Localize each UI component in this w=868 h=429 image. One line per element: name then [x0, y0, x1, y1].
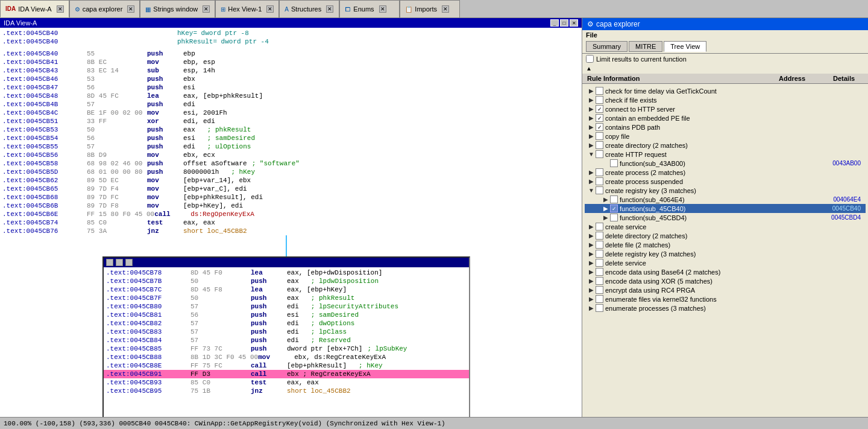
tree-child-item[interactable]: function(sub_43AB00) 0043AB00	[585, 159, 866, 168]
rule-checkbox[interactable]	[610, 159, 618, 167]
disasm-line: .text:0045CB58 68 98 02 46 00 push offse…	[0, 159, 582, 168]
expand-icon[interactable]: ▶	[587, 241, 596, 248]
rule-checkbox[interactable]: ✓	[596, 123, 603, 131]
tab-hex[interactable]: ⊞ Hex View-1 ✕	[215, 0, 279, 17]
tab-enums[interactable]: ⧠ Enums ✕	[339, 0, 400, 17]
tree-rule-item[interactable]: ▶ ✓ contains PDB path	[585, 122, 866, 132]
tab-imports-close[interactable]: ✕	[442, 5, 449, 13]
tree-rule-item[interactable]: ▶ enumerate processes (3 matches)	[585, 303, 866, 313]
minimize-button[interactable]: _	[550, 19, 559, 27]
tree-rule-item[interactable]: ▶ create process (2 matches)	[585, 168, 866, 177]
rule-checkbox[interactable]	[596, 96, 603, 104]
rule-checkbox[interactable]	[610, 214, 618, 221]
tab-ida-close[interactable]: ✕	[57, 5, 64, 13]
tab-capa[interactable]: ⚙ capa explorer ✕	[69, 0, 140, 17]
tree-rule-item[interactable]: ▶ create service	[585, 222, 866, 231]
expand-icon[interactable]: ▶	[587, 305, 596, 311]
tree-rule-item[interactable]: ▶ ✓ contain an embedded PE file	[585, 113, 866, 122]
expand-icon[interactable]: ▶	[587, 223, 596, 230]
tree-rule-item[interactable]: ▶ check if file exists	[585, 95, 866, 104]
expand-icon[interactable]: ▶	[602, 196, 610, 203]
expand-icon[interactable]: ▶	[587, 259, 596, 266]
tree-rule-item[interactable]: ▶ delete file (2 matches)	[585, 240, 866, 249]
tab-treeview[interactable]: Tree View	[664, 41, 706, 52]
disasm-lower[interactable]: .text:0045CB78 8D 45 F0 lea eax, [ebp+dw…	[104, 267, 469, 417]
tree-child-item[interactable]: ▶ function(sub_45CBD4) 0045CBD4	[585, 213, 866, 222]
tab-structures[interactable]: A Structures ✕	[279, 0, 339, 17]
tree-rule-item[interactable]: ▶ delete service	[585, 258, 866, 267]
tab-structures-close[interactable]: ✕	[326, 5, 333, 13]
rule-checkbox[interactable]	[596, 304, 603, 312]
limit-checkbox[interactable]	[586, 55, 594, 63]
rule-checkbox[interactable]	[596, 268, 603, 276]
tab-ida-view[interactable]: IDA IDA View-A ✕	[0, 0, 69, 17]
rule-checkbox[interactable]	[596, 232, 603, 240]
rule-checkbox[interactable]	[596, 177, 603, 185]
tree-rule-item[interactable]: ▶ encode data using XOR (5 matches)	[585, 276, 866, 285]
expand-icon[interactable]: ▶	[587, 169, 596, 176]
expand-icon[interactable]: ▶	[587, 287, 596, 293]
tree-rule-item[interactable]: ▶ delete registry key (3 matches)	[585, 249, 866, 258]
tree-rule-item[interactable]: ▶ create process suspended	[585, 177, 866, 186]
tab-hex-close[interactable]: ✕	[266, 5, 274, 13]
tree-rule-item[interactable]: ▼ create registry key (3 matches)	[585, 186, 866, 195]
tree-child-item[interactable]: ▶ function(sub_4064E4) 004064E4	[585, 195, 866, 204]
rule-checkbox[interactable]: ✓	[596, 105, 603, 113]
expand-icon[interactable]: ▶	[587, 124, 596, 130]
tab-strings-close[interactable]: ✕	[203, 5, 210, 13]
expand-icon[interactable]: ▶	[587, 106, 596, 112]
expand-icon[interactable]: ▶	[587, 278, 596, 284]
expand-icon[interactable]: ▶	[602, 205, 610, 212]
tab-imports[interactable]: 📋 Imports ✕	[400, 0, 460, 17]
restore-button[interactable]: □	[560, 19, 568, 27]
tab-strings[interactable]: ▦ Strings window ✕	[140, 0, 215, 17]
tree-rule-item[interactable]: ▶ encrypt data using RC4 PRGA	[585, 285, 866, 294]
tab-capa-close[interactable]: ✕	[127, 5, 134, 13]
expand-icon[interactable]: ▼	[587, 187, 596, 194]
tree-rule-item[interactable]: ▶ enumerate files via kernel32 functions	[585, 294, 866, 303]
rule-checkbox[interactable]	[596, 141, 603, 149]
rule-checkbox[interactable]	[596, 168, 603, 176]
tree-rule-item[interactable]: ▶ delete directory (2 matches)	[585, 231, 866, 240]
rule-checkbox[interactable]: ✓	[610, 205, 618, 212]
tree-rule-item[interactable]: ▶ create directory (2 matches)	[585, 141, 866, 150]
expand-icon[interactable]: ▼	[587, 151, 596, 157]
rule-checkbox[interactable]: ✓	[596, 114, 603, 122]
rule-checkbox[interactable]	[596, 286, 603, 294]
expand-icon[interactable]: ▶	[587, 232, 596, 239]
rule-checkbox[interactable]	[596, 295, 603, 303]
expand-icon[interactable]: ▶	[587, 178, 596, 185]
tree-rule-item[interactable]: ▶ check for time delay via GetTickCount	[585, 86, 866, 95]
tab-enums-close[interactable]: ✕	[379, 5, 386, 13]
expand-icon[interactable]: ▶	[587, 250, 596, 257]
rule-checkbox[interactable]	[596, 250, 603, 258]
tree-collapse-icon[interactable]: ▲	[587, 66, 591, 72]
rule-checkbox[interactable]	[596, 87, 603, 95]
tree-rule-item[interactable]: ▼ create HTTP request	[585, 150, 866, 159]
expand-icon[interactable]: ▶	[587, 87, 596, 94]
expand-icon[interactable]: ▶	[587, 97, 596, 103]
expand-icon[interactable]: ▶	[587, 269, 596, 275]
rule-checkbox[interactable]	[596, 150, 603, 158]
tree-child-item-selected[interactable]: ▶ ✓ function(sub_45CB40) 0045CB40	[585, 204, 866, 213]
rule-checkbox[interactable]	[610, 195, 618, 203]
capa-tree[interactable]: ▶ check for time delay via GetTickCount …	[582, 84, 868, 417]
tab-mitre[interactable]: MITRE	[629, 41, 662, 52]
expand-icon[interactable]: ▶	[587, 296, 596, 302]
close-button[interactable]: ✕	[570, 19, 578, 27]
tree-rule-item[interactable]: ▶ copy file	[585, 132, 866, 141]
tab-summary[interactable]: Summary	[586, 41, 627, 52]
rule-label: encode data using XOR (5 matches)	[605, 278, 815, 285]
rule-checkbox[interactable]	[596, 277, 603, 285]
rule-checkbox[interactable]	[596, 259, 603, 267]
rule-checkbox[interactable]	[596, 186, 603, 194]
tree-rule-item[interactable]: ▶ ✓ connect to HTTP server	[585, 104, 866, 113]
expand-icon[interactable]: ▶	[602, 214, 610, 221]
rule-checkbox[interactable]	[596, 223, 603, 230]
rule-checkbox[interactable]	[596, 241, 603, 249]
expand-icon[interactable]: ▶	[587, 142, 596, 148]
expand-icon[interactable]: ▶	[587, 115, 596, 121]
expand-icon[interactable]: ▶	[587, 133, 596, 139]
rule-checkbox[interactable]	[596, 132, 603, 140]
tree-rule-item[interactable]: ▶ encode data using Base64 (2 matches)	[585, 267, 866, 276]
